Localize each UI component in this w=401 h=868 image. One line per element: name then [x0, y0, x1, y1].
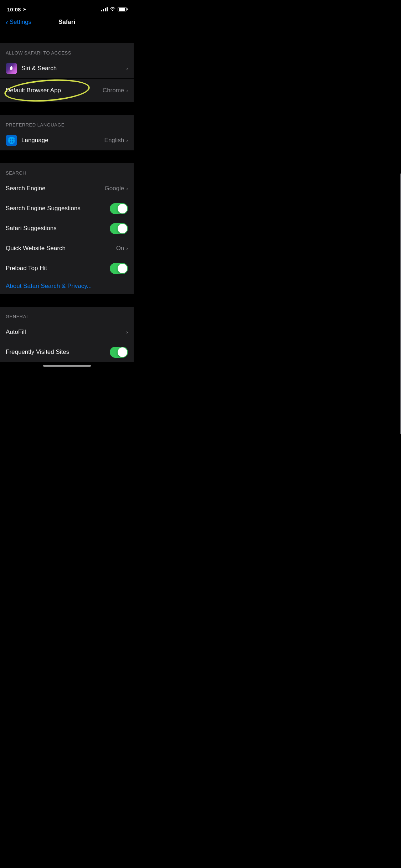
preferred-language-group: 🌐 Language English › — [0, 130, 134, 150]
about-safari-privacy-text: About Safari Search & Privacy... — [6, 283, 92, 289]
gap-3 — [0, 150, 134, 163]
time-display: 10:08 — [7, 6, 21, 12]
home-indicator — [0, 362, 134, 370]
frequently-visited-sites-row[interactable]: Frequently Visited Sites — [0, 342, 134, 362]
language-chevron: › — [126, 138, 128, 143]
language-label: Language — [21, 137, 104, 144]
back-label: Settings — [10, 19, 31, 26]
gap-top — [0, 30, 134, 43]
search-header: SEARCH — [0, 163, 134, 179]
location-icon: ➤ — [23, 7, 26, 12]
about-safari-privacy-link[interactable]: About Safari Search & Privacy... — [0, 278, 134, 294]
toggle-knob-3 — [118, 264, 127, 273]
gap-4 — [0, 294, 134, 307]
status-time: 10:08 ➤ — [7, 6, 26, 12]
status-bar: 10:08 ➤ — [0, 0, 134, 16]
search-engine-suggestions-toggle[interactable] — [110, 203, 128, 214]
status-icons — [101, 7, 127, 12]
autofill-chevron: › — [126, 329, 128, 335]
signal-bar-3 — [105, 8, 106, 11]
language-value: English — [104, 137, 124, 144]
frequently-visited-sites-label: Frequently Visited Sites — [6, 348, 110, 356]
safari-suggestions-row[interactable]: Safari Suggestions — [0, 218, 134, 238]
preload-top-hit-toggle[interactable] — [110, 263, 128, 274]
search-engine-label: Search Engine — [6, 185, 105, 192]
toggle-knob-2 — [118, 224, 127, 233]
home-bar — [43, 365, 91, 367]
general-group: AutoFill › Frequently Visited Sites — [0, 322, 134, 362]
svg-point-0 — [11, 68, 12, 69]
search-engine-value: Google — [105, 185, 124, 192]
gap-2 — [0, 102, 134, 115]
toggle-knob — [118, 204, 127, 213]
safari-suggestions-label: Safari Suggestions — [6, 225, 110, 232]
allow-access-header: ALLOW SAFARI TO ACCESS — [0, 43, 134, 58]
default-browser-row[interactable]: Default Browser App Chrome › — [0, 79, 134, 102]
autofill-row[interactable]: AutoFill › — [0, 322, 134, 342]
wifi-icon — [110, 7, 115, 12]
language-icon: 🌐 — [6, 135, 17, 146]
quick-website-search-value: On — [116, 245, 124, 252]
signal-strength — [101, 7, 108, 11]
general-header: GENERAL — [0, 307, 134, 322]
search-group: Search Engine Google › Search Engine Sug… — [0, 179, 134, 278]
back-chevron-icon: ‹ — [6, 19, 8, 26]
quick-website-search-label: Quick Website Search — [6, 245, 116, 252]
default-browser-label: Default Browser App — [6, 87, 103, 94]
battery-fill — [119, 8, 125, 11]
page-title: Safari — [58, 19, 75, 26]
quick-website-search-chevron: › — [126, 246, 128, 251]
siri-search-label: Siri & Search — [21, 65, 126, 72]
signal-bar-2 — [103, 9, 104, 11]
signal-bar-4 — [107, 7, 108, 11]
back-button[interactable]: ‹ Settings — [6, 19, 31, 26]
search-engine-chevron: › — [126, 186, 128, 191]
preload-top-hit-label: Preload Top Hit — [6, 265, 110, 272]
signal-bar-1 — [101, 10, 102, 11]
allow-access-group: Siri & Search › — [0, 58, 134, 78]
quick-website-search-row[interactable]: Quick Website Search On › — [0, 238, 134, 258]
preferred-language-header: PREFERRED LANGUAGE — [0, 115, 134, 130]
search-engine-suggestions-label: Search Engine Suggestions — [6, 205, 110, 212]
autofill-label: AutoFill — [6, 329, 126, 336]
search-engine-row[interactable]: Search Engine Google › — [0, 179, 134, 198]
battery-icon — [118, 7, 127, 11]
default-browser-value: Chrome — [103, 87, 124, 94]
toggle-knob-4 — [118, 347, 127, 357]
siri-search-row[interactable]: Siri & Search › — [0, 58, 134, 78]
siri-icon — [6, 63, 17, 74]
search-engine-suggestions-row[interactable]: Search Engine Suggestions — [0, 198, 134, 218]
frequently-visited-sites-toggle[interactable] — [110, 347, 128, 358]
preload-top-hit-row[interactable]: Preload Top Hit — [0, 258, 134, 278]
safari-suggestions-toggle[interactable] — [110, 223, 128, 234]
navigation-bar: ‹ Settings Safari — [0, 16, 134, 30]
language-row[interactable]: 🌐 Language English › — [0, 130, 134, 150]
default-browser-chevron: › — [126, 88, 128, 93]
siri-search-chevron: › — [126, 66, 128, 71]
